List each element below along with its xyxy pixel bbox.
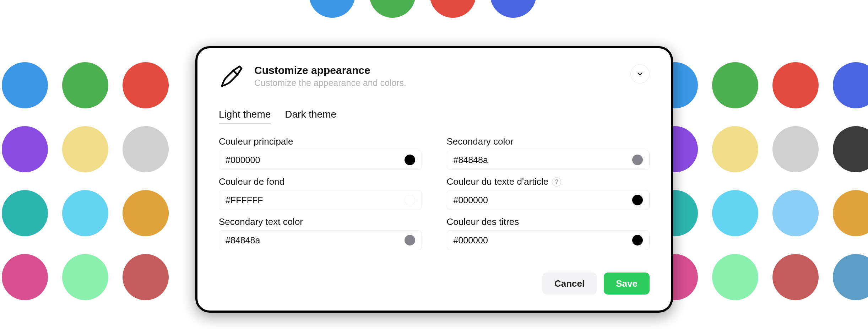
card-footer: Cancel Save [219,273,650,295]
field-title-color: Couleur des titres #000000 [447,216,650,250]
color-value: #000000 [454,235,488,246]
field-background-color: Couleur de fond #FFFFFF [219,176,422,210]
color-input-background[interactable]: #FFFFFF [219,190,422,210]
bg-dot [712,190,758,236]
cancel-button[interactable]: Cancel [542,273,597,295]
bg-dot [833,62,868,108]
bg-dot [430,0,476,18]
header-title: Customize appearance [254,64,620,76]
header-subtitle: Customize the appearance and colors. [254,78,620,88]
bg-dot [2,254,48,300]
bg-dot [712,62,758,108]
color-input-titles[interactable]: #000000 [447,230,650,250]
color-swatch [632,235,643,246]
bg-dot [2,126,48,172]
bg-dot [712,254,758,300]
card-header: Customize appearance Customize the appea… [219,64,650,89]
bg-dot [833,190,868,236]
theme-tabs: Light theme Dark theme [219,109,650,124]
color-input-article-text[interactable]: #000000 [447,190,650,210]
tab-dark-theme[interactable]: Dark theme [285,109,336,124]
bg-dot [833,254,868,300]
field-secondary-text-color: Secondary text color #84848a [219,216,422,250]
bg-dot [123,126,169,172]
color-swatch [405,235,415,246]
bg-dot [772,62,819,108]
field-label: Couleur du texte d'article ? [447,176,650,187]
color-swatch [632,155,643,165]
bg-dot [62,254,108,300]
field-secondary-color: Secondary color #84848a [447,136,650,170]
color-input-primary[interactable]: #000000 [219,150,422,170]
field-label: Couleur des titres [447,216,650,227]
bg-dot [309,0,355,18]
bg-dot [62,190,108,236]
appearance-card: Customize appearance Customize the appea… [195,46,673,313]
bg-dot [772,126,819,172]
color-fields: Couleur principale #000000 Secondary col… [219,136,650,250]
bg-dot [123,62,169,108]
color-value: #000000 [226,155,260,165]
color-input-secondary-text[interactable]: #84848a [219,230,422,250]
color-swatch [632,195,643,205]
header-text: Customize appearance Customize the appea… [254,64,620,88]
color-swatch [405,195,415,205]
bg-dot [712,126,758,172]
field-label: Secondary color [447,136,650,147]
field-label-text: Couleur du texte d'article [447,176,549,187]
bg-dot [2,62,48,108]
field-label: Couleur principale [219,136,422,147]
field-primary-color: Couleur principale #000000 [219,136,422,170]
bg-dot [833,126,868,172]
save-button[interactable]: Save [604,273,650,295]
brush-icon [219,64,244,89]
bg-dot [490,0,536,18]
bg-dot [123,190,169,236]
bg-dot [369,0,416,18]
help-icon[interactable]: ? [552,177,561,187]
field-article-text-color: Couleur du texte d'article ? #000000 [447,176,650,210]
tab-light-theme[interactable]: Light theme [219,109,271,124]
color-value: #84848a [226,235,260,246]
chevron-down-icon [636,70,644,78]
bg-dot [772,254,819,300]
field-label: Secondary text color [219,216,422,227]
color-input-secondary[interactable]: #84848a [447,150,650,170]
color-value: #84848a [454,155,488,165]
bg-dot [772,190,819,236]
color-value: #FFFFFF [226,195,263,205]
color-swatch [405,155,415,165]
bg-dot [62,62,108,108]
color-value: #000000 [454,195,488,205]
collapse-button[interactable] [630,64,650,83]
field-label: Couleur de fond [219,176,422,187]
bg-dot [2,190,48,236]
bg-dot [62,126,108,172]
bg-dot [123,254,169,300]
